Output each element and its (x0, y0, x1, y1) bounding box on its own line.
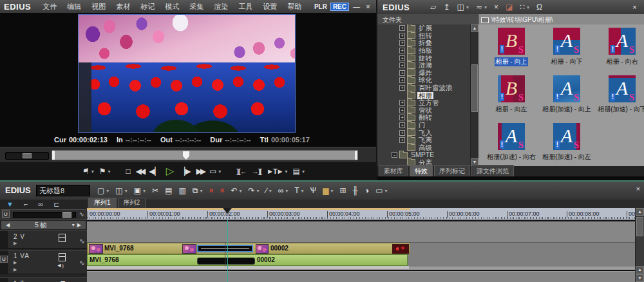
cut-icon[interactable]: ✂ ▾ (149, 186, 162, 195)
playhead-marker[interactable] (183, 151, 189, 160)
expand-toggle-icon[interactable]: + (399, 85, 405, 91)
expand-toggle-icon[interactable]: + (399, 122, 405, 128)
timeline-scrollbar[interactable]: ▲ ▲ ▼ (635, 208, 644, 282)
scroll-down-icon[interactable]: ▼ (636, 274, 644, 282)
palette-tab[interactable]: 素材库 (379, 165, 408, 176)
audio-clip[interactable]: MVI_9768 00002 (87, 254, 408, 266)
tree-item[interactable]: 高级 (377, 144, 470, 152)
expand-toggle-icon[interactable]: + (399, 48, 405, 53)
display-mode-button[interactable]: ▭ ▾ (207, 164, 223, 178)
scrollbar-thumb[interactable] (471, 64, 478, 112)
effect-item[interactable]: A S 相册 - 向下 (539, 26, 594, 73)
scroll-up-icon[interactable]: ▲ (471, 24, 478, 32)
tree-item[interactable]: + 翻转 (377, 114, 470, 122)
video-part-icon[interactable] (59, 234, 66, 242)
replace-icon[interactable]: ⧉ ▾ (189, 186, 206, 195)
stop-button[interactable]: □ ▾ (124, 164, 133, 178)
video-part-icon[interactable] (59, 253, 66, 261)
dropdown-caret-icon[interactable]: ▾ (125, 188, 128, 194)
tree-item[interactable]: + 管状 (377, 107, 470, 115)
tree-item[interactable]: + 飞离 (377, 136, 470, 144)
menu-item[interactable]: 视图 (86, 2, 111, 12)
expand-toggle-icon[interactable]: + (399, 33, 405, 39)
menu-item[interactable]: 编辑 (62, 2, 86, 12)
next-frame-button[interactable]: ▕▶ ▾ (176, 164, 193, 178)
tree-item[interactable]: + 门 (377, 122, 470, 129)
open-project-icon[interactable]: ◫ ▾ (112, 186, 130, 195)
palette-tab[interactable]: 特效 (410, 165, 433, 176)
effect-item[interactable]: A S 相册(加速) - 向左 (539, 121, 594, 169)
dropdown-caret-icon[interactable]: ▾ (285, 169, 288, 174)
expand-toggle-icon[interactable]: + (399, 130, 405, 136)
effect-preview[interactable]: B S (498, 75, 525, 102)
color-correction-icon[interactable]: ◑ ▾ (361, 186, 372, 195)
effect-preview[interactable]: A S (553, 75, 580, 102)
palette-tab[interactable]: 序列标记 (434, 165, 470, 176)
match-frame-icon[interactable]: ∞ ▾ (275, 186, 292, 195)
dropdown-caret-icon[interactable]: ▾ (466, 5, 469, 10)
expand-icon[interactable]: ▶ (14, 260, 17, 265)
expand-toggle-icon[interactable]: + (399, 137, 405, 143)
delete-inout-icon[interactable]: × ▾ (216, 186, 227, 195)
play-button[interactable]: ▷ ▾ (164, 164, 176, 178)
effect-item[interactable]: B S 相册 - 向左 (484, 73, 539, 121)
tree-item[interactable]: - SMPTE (377, 151, 470, 159)
scale-caret-icon[interactable]: ▾ (71, 222, 76, 228)
dropdown-caret-icon[interactable]: ▾ (143, 188, 146, 194)
set-clip-color-icon[interactable]: ▆ ▾ (319, 186, 336, 195)
play-around-cursor-button[interactable]: ►T► ▾ (264, 164, 290, 178)
expand-toggle-icon[interactable]: + (399, 115, 405, 120)
menu-item[interactable]: 设置 (258, 2, 282, 12)
divider-view-icon[interactable]: ≂ ▾ (476, 3, 487, 12)
menu-item[interactable]: 素材 (111, 2, 135, 12)
fast-forward-button[interactable]: ▶▶ ▾ (194, 164, 207, 178)
dropdown-caret-icon[interactable]: ▾ (91, 169, 94, 174)
expand-toggle-icon[interactable]: + (399, 77, 405, 83)
track-lane-1t[interactable] (87, 271, 635, 282)
menu-item[interactable]: 帮助 (282, 2, 307, 12)
ripple-mode-icon[interactable]: ⌐ (24, 200, 28, 208)
playhead-triangle[interactable] (223, 208, 232, 218)
folder-icon[interactable]: ▱ ▾ (430, 3, 436, 12)
menu-item[interactable]: 工具 (233, 2, 258, 12)
lock-icon[interactable]: Ω ▾ (536, 3, 542, 12)
speaker-icon[interactable]: ◄ (56, 262, 64, 268)
tree-item[interactable]: + 爆炸 (377, 70, 470, 77)
track-header-2v[interactable]: 2 V ▶ ∿ (0, 230, 87, 249)
expand-icon[interactable]: ▶ (14, 241, 17, 246)
multicam-icon[interactable]: ⊞ ▾ (336, 186, 349, 195)
rubber-band-icon[interactable]: ∿ (79, 237, 85, 245)
effect-item[interactable]: A S 相册(加速) - 向下 (594, 73, 644, 121)
move-up-folder-icon[interactable]: ↥ ▾ (443, 3, 450, 12)
set-out-marker-button[interactable]: ⚑ ▾ (97, 164, 113, 178)
dropdown-caret-icon[interactable]: ▾ (269, 188, 272, 194)
paste-icon[interactable]: ▥ ▾ (175, 186, 189, 195)
dropdown-caret-icon[interactable]: ▾ (385, 188, 388, 194)
expand-toggle-icon[interactable]: + (399, 108, 405, 113)
title-icon[interactable]: T ▾ (291, 186, 307, 195)
track-patch-icon[interactable]: ⊏ (53, 200, 59, 209)
expand-toggle-icon[interactable]: + (399, 40, 405, 46)
goto-in-button[interactable]: ][← ▾ (234, 164, 249, 178)
tree-item[interactable]: 相册 (377, 91, 470, 99)
minimize-icon[interactable]: — (352, 3, 361, 11)
dropdown-caret-icon[interactable]: ▾ (108, 169, 111, 174)
scroll-up-icon[interactable]: ▲ (636, 208, 644, 216)
sync-lock-icon[interactable]: ∞ (38, 200, 43, 208)
scroll-up-icon[interactable]: ▲ (636, 266, 644, 274)
playhead-line[interactable] (227, 220, 228, 282)
shuttle-handle[interactable] (23, 153, 32, 158)
export-button[interactable]: ▤ ▾ (290, 164, 307, 178)
effect-item[interactable]: A S 相册 - 向右 (594, 26, 644, 73)
expand-toggle-icon[interactable]: + (399, 62, 405, 68)
expand-toggle-icon[interactable] (399, 145, 405, 151)
set-in-marker-button[interactable]: ⚑ ▾ (80, 164, 97, 178)
track-header-1t[interactable]: 1 T T ∿ (0, 277, 87, 282)
effect-preview[interactable]: A S (609, 75, 636, 102)
new-sequence-icon[interactable]: ▢ ▾ (94, 186, 112, 195)
track-header-1va[interactable]: U 1 VA ▶ ▶ ◄ ∿ (0, 250, 87, 274)
dropdown-caret-icon[interactable]: ▾ (527, 5, 529, 10)
rec-indicator[interactable]: REC (330, 3, 349, 11)
close-icon[interactable]: × (630, 3, 639, 12)
dropdown-caret-icon[interactable]: ▾ (285, 188, 288, 194)
